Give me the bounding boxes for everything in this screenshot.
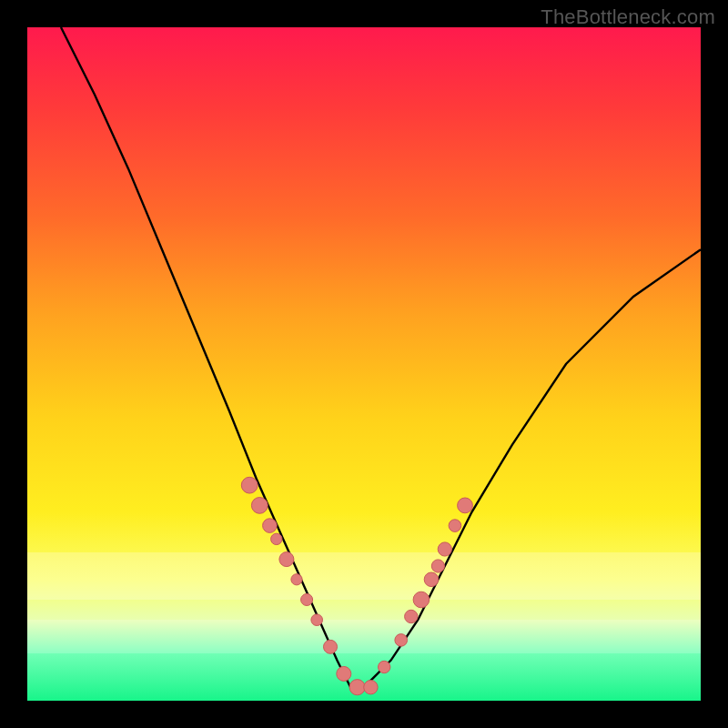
plot-area	[27, 27, 701, 701]
curve-layer	[27, 27, 701, 701]
marker-dot	[431, 560, 444, 572]
marker-dot	[395, 634, 408, 647]
marker-dot	[413, 592, 430, 608]
marker-dot	[251, 498, 268, 514]
marker-dot	[291, 574, 302, 585]
marker-dot	[364, 681, 378, 694]
marker-dot	[324, 640, 338, 653]
marker-dot	[379, 661, 390, 672]
marker-dot	[279, 552, 294, 567]
chart-stage: TheBottleneck.com	[0, 0, 728, 728]
marker-dot	[438, 542, 451, 556]
bottleneck-curve	[61, 27, 701, 687]
marker-dot	[337, 666, 351, 681]
marker-dot	[241, 477, 258, 493]
marker-dot	[301, 594, 313, 606]
marker-dot	[424, 572, 439, 587]
marker-dot	[271, 533, 282, 544]
marker-group	[241, 477, 472, 695]
marker-dot	[405, 610, 418, 622]
marker-dot	[458, 498, 473, 513]
marker-dot	[263, 519, 278, 533]
marker-dot	[349, 680, 365, 695]
marker-dot	[449, 520, 461, 532]
marker-dot	[311, 614, 323, 626]
attribution-text: TheBottleneck.com	[541, 5, 715, 29]
